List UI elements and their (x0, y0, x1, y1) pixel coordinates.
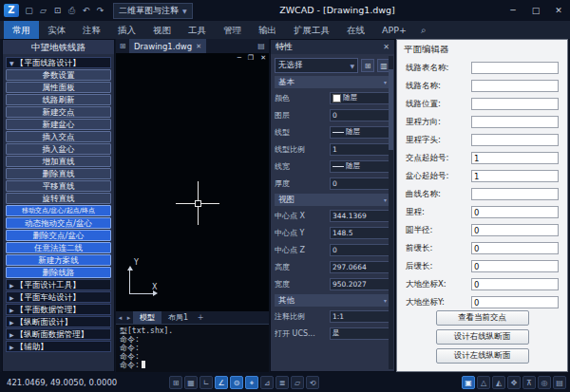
field-input-13[interactable] (471, 296, 559, 308)
isolate-icon[interactable]: ◎ (538, 376, 551, 389)
sidebar-item-9[interactable]: 删除直线 (6, 168, 111, 179)
property-value[interactable]: 344.1369 (330, 210, 390, 222)
transparency-icon[interactable]: ▱ (291, 376, 304, 389)
property-value[interactable]: 950.2027 (330, 278, 390, 290)
sidebar-item-8[interactable]: 增加直线 (6, 156, 111, 167)
workspace-selector[interactable]: 二维草图与注释 ▼ (113, 3, 193, 19)
ribbon-tab-5[interactable]: 工具 (180, 21, 215, 39)
property-value[interactable]: 0 (330, 109, 390, 121)
ribbon-tab-4[interactable]: 视图 (144, 21, 180, 39)
property-value[interactable]: 随层 (330, 160, 390, 173)
sidebar-item-12[interactable]: 移动交点/盆心/起点/终点 (6, 205, 111, 216)
command-prompt-row[interactable]: 命令: (120, 361, 265, 369)
properties-section-0[interactable]: 基本▾ (275, 76, 390, 88)
ribbon-tab-6[interactable]: 管理 (215, 21, 250, 39)
pickadd-toggle-icon[interactable]: ⊞ (361, 59, 374, 72)
undo-icon[interactable]: ↶ (79, 0, 93, 21)
document-tab[interactable]: Drawing1.dwg ✕ (129, 39, 206, 53)
field-input-6[interactable] (471, 170, 559, 182)
maximize-button[interactable]: □ (524, 0, 547, 21)
sidebar-item-5[interactable]: 新建盆心 (6, 119, 111, 130)
mdi-minimize-icon[interactable]: ─ (238, 54, 241, 63)
sidebar-item-10[interactable]: 平移直线 (6, 180, 111, 192)
sidebar-item-16[interactable]: 新建方案线 (6, 254, 111, 266)
sidebar-group-20[interactable]: ▶【平面数据管理】 (6, 304, 111, 315)
new-drawing-icon[interactable]: ⊞ (116, 42, 129, 50)
sidebar-item-6[interactable]: 插入交点 (6, 131, 111, 142)
property-value[interactable]: 1:1 (330, 310, 390, 323)
property-value[interactable]: 0 (330, 244, 390, 256)
close-icon[interactable]: ✕ (196, 43, 201, 50)
ui-lock-icon[interactable]: ⊼ (522, 376, 536, 389)
sidebar-item-1[interactable]: 参数设置 (6, 69, 111, 81)
mdi-close-icon[interactable]: ✕ (260, 54, 266, 63)
mdi-restore-icon[interactable]: ❐ (248, 54, 254, 63)
selection-filter-dropdown[interactable]: 无选择 ▼ (275, 58, 358, 73)
property-value[interactable]: 297.0664 (330, 261, 390, 273)
field-input-7[interactable] (471, 188, 559, 200)
annotation-visibility-icon[interactable]: ◭ (492, 376, 505, 389)
scrollbar-thumb[interactable] (389, 69, 393, 150)
ribbon-tab-3[interactable]: 插入 (109, 21, 144, 39)
ribbon-tab-7[interactable]: 输出 (250, 21, 285, 39)
sidebar-item-4[interactable]: 新建交点 (6, 106, 111, 118)
ribbon-tab-10[interactable]: APP+ (373, 21, 415, 39)
field-input-2[interactable] (471, 98, 559, 110)
properties-section-1[interactable]: 视图▾ (275, 194, 390, 206)
close-icon[interactable]: ✕ (383, 40, 390, 54)
editor-button-1[interactable]: 设计右线纵断面 (436, 329, 529, 345)
annotation-scale-icon[interactable]: △ (477, 376, 490, 389)
lineweight-icon[interactable]: ≣ (276, 376, 289, 389)
sidebar-group-23[interactable]: ▶【辅助】 (6, 341, 111, 352)
editor-button-2[interactable]: 设计左线纵断面 (436, 348, 529, 364)
sidebar-item-15[interactable]: 任意法连二线 (6, 242, 111, 253)
tab-layout1[interactable]: 布局1 (162, 311, 195, 324)
tab-model[interactable]: 模型 (133, 311, 162, 324)
field-input-0[interactable] (471, 62, 559, 74)
field-input-11[interactable] (471, 260, 559, 272)
sidebar-group-21[interactable]: ▶【纵断面设计】 (6, 316, 111, 327)
property-value[interactable]: 随层 (330, 126, 390, 139)
ribbon-tab-2[interactable]: 注释 (74, 21, 109, 39)
tab-list-icon[interactable]: ▤ (254, 42, 269, 50)
ribbon-tab-0[interactable]: 常用 (4, 21, 39, 39)
model-space-icon[interactable]: ▣ (462, 376, 475, 389)
sidebar-item-7[interactable]: 插入盆心 (6, 143, 111, 155)
sidebar-group-22[interactable]: ▶【纵断面数据管理】 (6, 328, 111, 340)
tab-nav-left-icon[interactable]: ◂ (116, 314, 124, 322)
workspace-icon[interactable]: ✥ (507, 376, 521, 389)
field-input-12[interactable] (471, 278, 559, 290)
properties-section-2[interactable]: 其他▾ (275, 294, 390, 307)
selection-cycling-icon[interactable]: ⟲ (306, 376, 319, 389)
property-value[interactable]: 148.5 (330, 227, 390, 239)
field-input-4[interactable] (471, 134, 559, 146)
drawing-canvas[interactable]: ─ ❐ ✕ Y X (116, 53, 269, 311)
sidebar-item-3[interactable]: 线路刷新 (6, 94, 111, 105)
sidebar-item-14[interactable]: 删除交点/盆心 (6, 230, 111, 241)
property-value[interactable]: 0 (330, 177, 390, 190)
field-input-1[interactable] (471, 80, 559, 92)
property-value[interactable]: 是 (330, 327, 390, 340)
polar-icon[interactable]: ∠ (215, 376, 228, 389)
ribbon-tab-9[interactable]: 在线 (338, 21, 373, 39)
sidebar-item-13[interactable]: 动态拖动交点/盆心 (6, 217, 111, 229)
tab-nav-right-icon[interactable]: ▸ (124, 314, 133, 322)
ribbon-tab-8[interactable]: 扩展工具 (285, 21, 338, 39)
otrack-icon[interactable]: ⌖ (245, 376, 258, 389)
ortho-icon[interactable]: ∟ (200, 376, 213, 389)
grid-icon[interactable]: ▦ (184, 376, 198, 389)
osnap-icon[interactable]: ⊙ (230, 376, 243, 389)
property-value[interactable]: 1 (330, 143, 390, 156)
sidebar-group-18[interactable]: ▶【平面设计工具】 (6, 279, 111, 290)
print-icon[interactable]: ⎙ (65, 0, 79, 21)
sidebar-item-17[interactable]: 删除线路 (6, 267, 111, 278)
properties-scrollbar[interactable] (389, 56, 393, 369)
search-icon[interactable]: ⌕ (421, 21, 427, 39)
command-window[interactable]: 型[txt.shx].命令:命令:命令: 命令: (116, 324, 269, 372)
redo-icon[interactable]: ↷ (93, 0, 107, 21)
zwcad-logo-icon[interactable]: Z (4, 4, 19, 17)
sidebar-item-11[interactable]: 旋转直线 (6, 193, 111, 204)
minimize-button[interactable]: ─ (502, 0, 524, 21)
clean-screen-icon[interactable]: ▤ (553, 376, 566, 389)
dyn-icon[interactable]: ⊿ (260, 376, 274, 389)
